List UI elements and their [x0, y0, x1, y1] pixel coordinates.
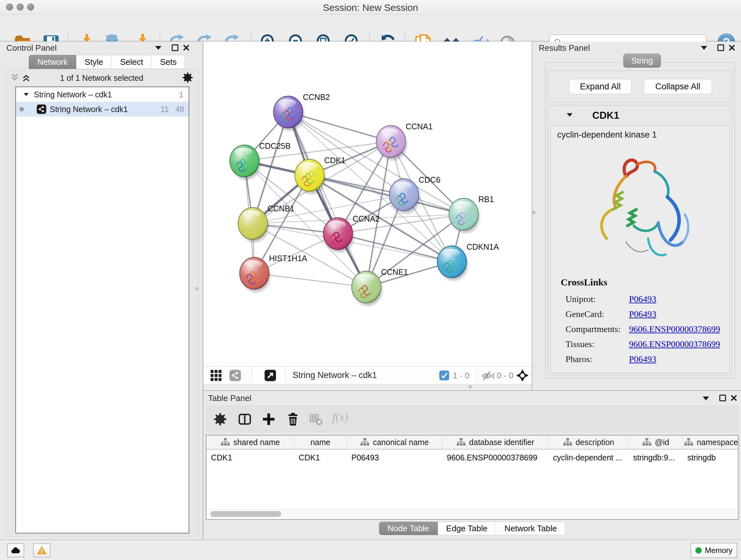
column-header-namespace[interactable]: namespace [683, 435, 739, 449]
crosslink-compartments-link[interactable]: 9606.ENSP00000378699 [629, 324, 720, 334]
column-type-icon [220, 437, 230, 447]
delete-table-icon-disabled [309, 412, 323, 426]
toolbar-separator [251, 368, 252, 383]
network-view-title: String Network – cdk1 [293, 370, 377, 380]
detach-view-icon[interactable] [264, 369, 277, 382]
expand-all-button[interactable]: Expand All [569, 79, 631, 94]
gene-section-header[interactable]: CDK1 [548, 105, 732, 125]
cloud-icon [10, 545, 21, 556]
column-header--id[interactable]: @id [629, 435, 683, 449]
network-node-CDK1[interactable] [295, 159, 326, 194]
tab-network-table[interactable]: Network Table [496, 522, 565, 535]
add-column-icon[interactable] [262, 412, 276, 426]
string-network-icon [37, 104, 47, 114]
column-label: @id [655, 438, 669, 447]
grid-view-icon[interactable] [210, 369, 222, 382]
control-panel-tabs: NetworkStyleSelectSets [29, 55, 185, 69]
tab-sets[interactable]: Sets [151, 55, 185, 69]
column-header-name[interactable]: name [294, 435, 347, 449]
collection-count: 1 [179, 90, 184, 99]
column-header-database-identifier[interactable]: database identifier [442, 435, 549, 449]
node-label-RB1: RB1 [478, 195, 494, 204]
column-header-canonical-name[interactable]: canonical name [347, 435, 442, 449]
tab-select[interactable]: Select [112, 55, 151, 69]
table-options-gear-icon[interactable] [213, 412, 227, 426]
network-canvas[interactable]: CCNB2CCNA1CDC25BCDK1CDC6RB1CCNB1CCNA2CDK… [203, 42, 532, 366]
splitter-handle[interactable] [195, 287, 199, 291]
column-header-description[interactable]: description [549, 435, 629, 449]
gene-expander-icon[interactable] [567, 113, 572, 117]
column-type-icon [456, 437, 466, 447]
node-label-CCNB1: CCNB1 [267, 204, 294, 213]
selected-checkbox-icon[interactable] [439, 370, 450, 381]
gene-description: cyclin-dependent kinase 1 [557, 130, 657, 140]
network-browser: 1 of 1 Network selected String Network –… [4, 69, 199, 537]
collection-name: String Network – cdk1 [34, 90, 112, 99]
node-label-CDK1: CDK1 [324, 156, 346, 165]
crosslink-uniprot-link[interactable]: P06493 [629, 294, 657, 304]
crosslink-pharos-link[interactable]: P06493 [629, 354, 657, 364]
tab-node-table[interactable]: Node Table [379, 522, 438, 535]
collection-expander-icon[interactable] [24, 93, 29, 96]
column-label: name [311, 438, 331, 447]
tab-style[interactable]: Style [76, 55, 112, 69]
node-label-HIST1H1A: HIST1H1A [269, 254, 307, 263]
table-cell: CDK1 [294, 450, 347, 465]
node-label-CCNA1: CCNA1 [406, 122, 433, 131]
warnings-button[interactable] [33, 543, 51, 557]
panel-menu-icon[interactable] [701, 46, 707, 50]
tab-edge-table[interactable]: Edge Table [438, 522, 496, 535]
crosslink-label: GeneCard: [565, 309, 604, 319]
show-columns-icon[interactable] [238, 412, 252, 426]
panel-menu-icon[interactable] [155, 46, 161, 50]
table-cell: CDK1 [206, 450, 294, 465]
collapse-all-button[interactable]: Collapse All [644, 79, 712, 94]
cloud-status-button[interactable] [7, 543, 24, 557]
table-cell: stringdb [683, 450, 739, 465]
float-panel-button[interactable] [718, 44, 724, 51]
network-node-HIST1H1A[interactable] [240, 257, 270, 292]
float-panel-button[interactable] [719, 395, 726, 401]
close-panel-icon[interactable] [183, 44, 190, 51]
crosslink-genecard-link[interactable]: P06493 [629, 309, 657, 319]
network-node-CCNB2[interactable] [273, 96, 304, 131]
table-toolbar: f(x) [206, 406, 738, 432]
gear-icon[interactable] [182, 72, 193, 83]
scrollbar-thumb[interactable] [210, 511, 281, 517]
panel-menu-icon[interactable] [703, 396, 709, 400]
protein-structure-image [575, 146, 705, 270]
splitter-handle[interactable] [468, 385, 472, 388]
crosslink-label: Compartments: [565, 324, 621, 334]
fit-crosshair-icon[interactable] [516, 369, 529, 382]
delete-column-trash-icon[interactable] [286, 412, 300, 426]
splitter-handle[interactable] [532, 211, 536, 214]
network-node-CDC25B[interactable] [230, 145, 260, 180]
horizontal-splitter[interactable] [203, 384, 532, 390]
column-header-shared-name[interactable]: shared name [206, 435, 294, 449]
column-type-icon [360, 437, 369, 447]
toolbar-separator [285, 368, 286, 383]
column-label: description [576, 438, 614, 447]
network-row[interactable]: String Network – cdk1 11 48 [16, 102, 189, 117]
close-panel-icon[interactable] [730, 394, 738, 401]
network-node-CCNE1[interactable] [352, 271, 382, 306]
column-label: canonical name [373, 438, 428, 447]
network-thumbnail-icon[interactable] [229, 369, 242, 382]
network-edge-HIST1H1A-CCNE1[interactable] [254, 273, 366, 287]
network-collection-row[interactable]: String Network – cdk1 1 [16, 87, 189, 102]
gene-section: CDK1 cyclin-dependent kinase 1 [548, 105, 732, 375]
memory-button[interactable]: Memory [690, 543, 737, 558]
float-panel-button[interactable] [172, 44, 179, 51]
table-row[interactable]: CDK1CDK1P064939606.ENSP00000378699cyclin… [206, 450, 738, 465]
node-label-CCNA2: CCNA2 [353, 214, 380, 223]
network-node-CDKN1A[interactable] [437, 246, 468, 281]
crosslink-tissues-link[interactable]: 9606.ENSP00000378699 [629, 339, 720, 349]
crosslinks-heading: CrossLinks [561, 277, 607, 288]
network-node-RB1[interactable] [449, 198, 480, 233]
network-node-CCNA1[interactable] [376, 125, 407, 160]
tab-network[interactable]: Network [29, 55, 76, 69]
tab-string[interactable]: String [623, 54, 661, 68]
toolbar-separator [476, 368, 477, 383]
horizontal-scrollbar[interactable] [207, 509, 737, 518]
close-panel-icon[interactable] [728, 44, 736, 51]
